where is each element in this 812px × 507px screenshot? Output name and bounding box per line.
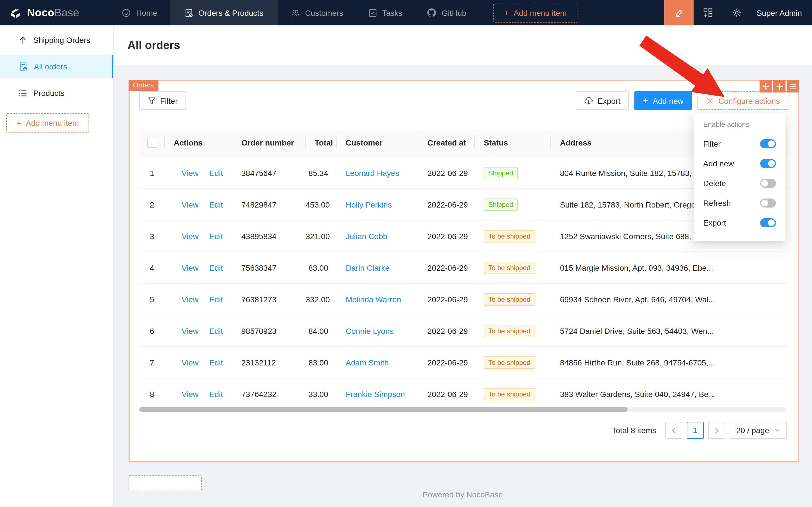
view-link[interactable]: View	[182, 295, 198, 304]
row-index: 4	[139, 252, 165, 283]
cell-address: 84856 Hirthe Run, Suite 268, 94754-6705,…	[551, 347, 788, 378]
tab-home[interactable]: Home	[110, 0, 170, 25]
customer-link[interactable]: Adam Smith	[346, 358, 389, 367]
dropdown-toggle-item[interactable]: Export	[694, 214, 786, 232]
scrollbar-thumb[interactable]	[139, 407, 628, 412]
block-designer-toolbar	[760, 80, 799, 93]
navbar-add-menu-item-button[interactable]: + Add menu item	[494, 3, 577, 22]
cell-address: 5724 Daniel Drive, Suite 563, 54403, Wen…	[551, 315, 788, 347]
toolbar-actions: Export + Add new Configure act	[576, 91, 789, 110]
configure-actions-button[interactable]: Configure actions	[698, 91, 788, 110]
edit-link[interactable]: Edit	[209, 168, 223, 177]
status-badge: To be shipped	[484, 325, 535, 337]
customer-link[interactable]: Holly Perkins	[346, 200, 392, 209]
tab-github[interactable]: GitHub	[415, 0, 479, 25]
view-link[interactable]: View	[182, 389, 198, 398]
view-link[interactable]: View	[182, 358, 198, 367]
customer-link[interactable]: Frankie Simpson	[346, 389, 405, 398]
sidebar-menu: Shipping Orders All orders	[0, 25, 113, 104]
brand-logo[interactable]: NocoBase	[9, 6, 79, 19]
cell-order-number: 75638347	[232, 252, 306, 283]
page-size-select[interactable]: 20 / page	[730, 422, 787, 439]
toggle-switch[interactable]	[760, 179, 776, 188]
select-all-checkbox[interactable]	[147, 137, 157, 148]
toggle-label: Filter	[703, 139, 721, 148]
customer-link[interactable]: Leonard Hayes	[346, 168, 399, 177]
customer-link[interactable]: Connie Lyons	[346, 326, 394, 335]
divider	[204, 232, 204, 240]
row-index: 6	[139, 315, 165, 347]
edit-link[interactable]: Edit	[209, 200, 223, 209]
user-menu[interactable]: Super Admin	[757, 8, 802, 17]
table-row: 5 ViewEdit 76381273 332.00 Melinda Warre…	[139, 283, 788, 315]
table-row: 1 ViewEdit 38475647 85.34 Leonard Hayes …	[139, 157, 788, 189]
cell-customer: Adam Smith	[337, 347, 418, 378]
arrow-up-icon	[19, 36, 27, 44]
edit-link[interactable]: Edit	[209, 358, 223, 367]
customer-link[interactable]: Melinda Warren	[346, 295, 401, 304]
check-square-icon	[368, 8, 377, 17]
view-link[interactable]: View	[182, 326, 198, 335]
customer-link[interactable]: Darin Clarke	[346, 263, 390, 272]
customer-link[interactable]: Julian Cobb	[346, 231, 387, 240]
ui-editor-button[interactable]	[664, 0, 694, 25]
sidebar-add-menu-item-button[interactable]: + Add menu item	[6, 113, 89, 132]
brand-name: NocoBase	[27, 6, 79, 19]
sidebar: Shipping Orders All orders	[0, 25, 114, 507]
cell-created-at: 2022-06-29	[418, 347, 475, 378]
block-menu-icon[interactable]	[787, 80, 799, 93]
sidebar-item-all-orders[interactable]: All orders	[0, 55, 113, 78]
orders-table: Actions Order number Total Customer Crea…	[139, 128, 788, 410]
main-content: All orders Orders	[113, 25, 812, 507]
cell-total: 33.00	[306, 378, 337, 410]
add-block-icon[interactable]	[773, 80, 786, 93]
cell-customer: Leonard Hayes	[337, 157, 418, 189]
tab-orders-products[interactable]: Orders & Products	[170, 0, 278, 25]
view-link[interactable]: View	[182, 263, 198, 272]
plugin-manager-button[interactable]	[703, 8, 713, 17]
cell-customer: Holly Perkins	[337, 189, 418, 220]
dropdown-header: Enable actions	[694, 120, 786, 133]
add-new-button[interactable]: + Add new	[634, 91, 692, 110]
toggle-switch[interactable]	[760, 139, 776, 148]
dropdown-toggle-item[interactable]: Add new	[694, 155, 786, 173]
sidebar-item-shipping-orders[interactable]: Shipping Orders	[0, 29, 113, 51]
cell-address: 015 Margie Mission, Apt. 093, 34936, Ebe…	[551, 252, 788, 283]
view-link[interactable]: View	[182, 200, 198, 209]
sidebar-item-products[interactable]: Products	[0, 82, 113, 104]
divider	[204, 358, 204, 366]
add-block-button[interactable]: + Add block	[128, 475, 202, 491]
dropdown-toggle-item[interactable]: Filter	[694, 135, 786, 153]
cell-status: To be shipped	[475, 252, 551, 283]
view-link[interactable]: View	[182, 231, 198, 240]
status-badge: To be shipped	[484, 356, 535, 369]
edit-link[interactable]: Edit	[209, 389, 223, 398]
horizontal-scrollbar[interactable]	[139, 407, 787, 412]
list-icon	[19, 89, 27, 97]
edit-link[interactable]: Edit	[209, 231, 223, 240]
tab-tasks[interactable]: Tasks	[355, 0, 415, 25]
drag-handle-icon[interactable]	[760, 80, 772, 93]
cell-created-at: 2022-06-29	[418, 252, 475, 283]
dropdown-toggle-item[interactable]: Delete	[694, 174, 786, 192]
prev-page-button[interactable]	[665, 422, 682, 439]
filter-button[interactable]: Filter	[139, 91, 186, 110]
toggle-switch[interactable]	[760, 199, 776, 208]
next-page-button[interactable]	[708, 422, 725, 439]
tab-customers[interactable]: Customers	[278, 0, 355, 25]
view-link[interactable]: View	[182, 168, 198, 177]
divider	[204, 264, 204, 272]
toggle-switch[interactable]	[760, 159, 776, 168]
settings-gear-button[interactable]	[732, 8, 742, 17]
page-number-button[interactable]: 1	[687, 422, 703, 439]
toggle-switch[interactable]	[760, 218, 776, 227]
export-button[interactable]: Export	[576, 91, 629, 110]
cell-total: 84.00	[306, 315, 337, 347]
tab-label: GitHub	[442, 8, 466, 17]
table-header-row: Actions Order number Total Customer Crea…	[139, 128, 788, 157]
edit-link[interactable]: Edit	[209, 326, 223, 335]
edit-link[interactable]: Edit	[209, 295, 223, 304]
navbar-right: Super Admin	[664, 0, 812, 25]
dropdown-toggle-item[interactable]: Refresh	[694, 194, 786, 212]
edit-link[interactable]: Edit	[209, 263, 223, 272]
